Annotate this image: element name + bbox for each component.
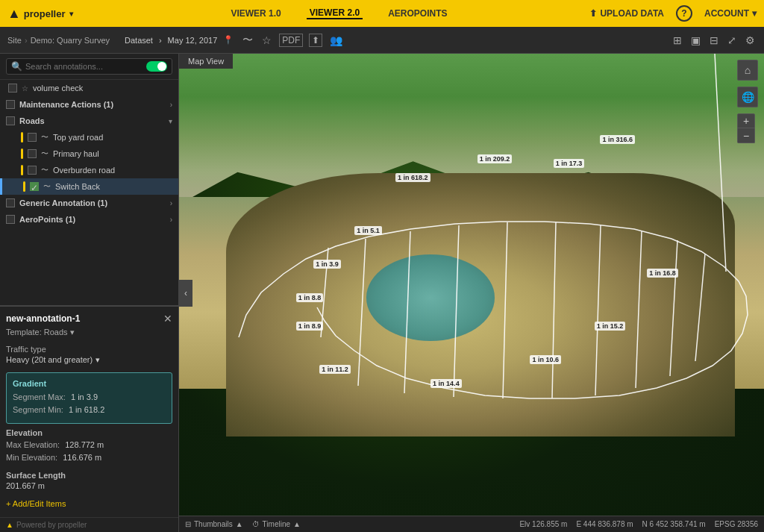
add-edit-btn[interactable]: + Add/Edit Items <box>6 496 172 511</box>
elevation-title: Elevation <box>6 428 172 437</box>
grad-label-13: 1 in 316.6 <box>600 135 635 144</box>
sub-checkbox-switch[interactable]: ✓ <box>30 182 39 191</box>
section-maintenance[interactable]: Maintenance Actions (1) › <box>0 96 178 113</box>
nav-viewer1[interactable]: VIEWER 1.0 <box>228 8 284 19</box>
users-icon[interactable]: 👥 <box>328 33 344 48</box>
export-icon[interactable]: ⬆ <box>309 34 322 47</box>
breadcrumb-survey[interactable]: Demo: Quarry Survey <box>31 36 110 45</box>
logo-dropdown[interactable]: ▾ <box>69 10 73 18</box>
sub-label-primary: Primary haul <box>53 149 99 158</box>
min-elevation-row: Min Elevation: 116.676 m <box>6 451 172 465</box>
star-toolbar-icon[interactable]: ☆ <box>260 33 273 48</box>
anno-checkbox-maint[interactable] <box>6 100 15 109</box>
northing-display: N 6 452 358.741 m <box>642 520 706 528</box>
dataset-date[interactable]: May 12, 2017 <box>168 36 218 45</box>
grad-label-3: 1 in 8.8 <box>296 293 324 302</box>
timeline-icon: ⏱ <box>252 520 260 528</box>
logo-text: propeller <box>24 8 66 19</box>
sub-top-yard-road[interactable]: 〜 Top yard road <box>0 129 178 145</box>
section-aeropoints[interactable]: AeroPoints (1) › <box>0 211 178 228</box>
chevron-aero: › <box>170 216 172 224</box>
color-dot-top <box>21 132 23 143</box>
surface-section: Surface Length 201.667 m <box>6 471 172 490</box>
powered-icon: ▲ <box>6 521 13 529</box>
chevron-maint: › <box>170 101 172 109</box>
nav-right: ⬆ UPLOAD DATA ? ACCOUNT ▾ <box>589 5 757 22</box>
section-roads[interactable]: Roads ▾ <box>0 113 178 129</box>
upload-btn[interactable]: ⬆ UPLOAD DATA <box>589 8 664 19</box>
sub-overburden-road[interactable]: 〜 Overburden road <box>0 162 178 178</box>
visibility-toggle[interactable] <box>146 61 167 72</box>
grad-label-6: 1 in 14.4 <box>430 379 462 388</box>
sub-checkbox-overburden[interactable] <box>28 166 37 175</box>
traffic-type-section: Traffic type Heavy (20t and greater) ▾ <box>6 345 172 365</box>
nav-viewer2[interactable]: VIEWER 2.0 <box>307 7 363 19</box>
right-icons: ⊞ ▣ ⊟ ⤢ ⚙ <box>671 33 757 48</box>
grad-label-5: 1 in 11.2 <box>319 365 351 374</box>
detail-title: new-annotation-1 <box>6 313 80 324</box>
gradient-box: Gradient Segment Max: 1 in 3.9 Segment M… <box>6 372 172 424</box>
settings-icon[interactable]: ⚙ <box>744 33 757 48</box>
upload-icon: ⬆ <box>589 8 597 19</box>
grid-icon[interactable]: ⊟ <box>708 33 720 48</box>
trend-icon: 〜 <box>41 132 48 143</box>
account-btn[interactable]: ACCOUNT ▾ <box>704 8 757 19</box>
color-dot-overburden <box>21 165 23 175</box>
activity-icon[interactable]: 〜 <box>241 32 254 48</box>
sub-label-overburden: Overburden road <box>53 166 115 175</box>
side-view-icon[interactable]: ▣ <box>689 33 702 48</box>
grad-label-9: 1 in 16.8 <box>647 269 678 278</box>
anno-checkbox-roads[interactable] <box>6 116 15 125</box>
section-generic[interactable]: Generic Annotation (1) › <box>0 195 178 211</box>
anno-checkbox-generic[interactable] <box>6 198 15 207</box>
globe-btn[interactable]: 🌐 <box>737 87 758 107</box>
split-view-icon[interactable]: ⊞ <box>671 33 683 48</box>
account-chevron: ▾ <box>752 8 757 19</box>
breadcrumb: Site › Demo: Quarry Survey <box>7 36 110 45</box>
traffic-type-value[interactable]: Heavy (20t and greater) ▾ <box>6 355 172 365</box>
search-row: 🔍 <box>6 58 172 75</box>
help-btn[interactable]: ? <box>676 5 692 22</box>
sub-checkbox-top[interactable] <box>28 133 37 142</box>
star-icon: ☆ <box>22 84 28 93</box>
breadcrumb-site[interactable]: Site <box>7 36 22 45</box>
sub-primary-haul[interactable]: 〜 Primary haul <box>0 145 178 162</box>
color-dot-primary <box>21 148 23 159</box>
logo-icon: ▲ <box>7 6 21 22</box>
map-controls-right: ⌂ 🌐 + − <box>737 60 758 143</box>
toolbar-icons: 〜 ☆ PDF ⬆ 👥 <box>241 32 344 48</box>
surface-label: Surface Length <box>6 471 172 480</box>
zoom-controls: + − <box>737 113 758 143</box>
location-icon: 📍 <box>223 35 234 45</box>
anno-checkbox-aero[interactable] <box>6 215 15 224</box>
nav-center: VIEWER 1.0 VIEWER 2.0 AEROPOINTS <box>228 7 450 19</box>
logo: ▲ propeller ▾ <box>7 6 73 22</box>
search-input[interactable] <box>25 62 140 71</box>
map-container[interactable]: Map View <box>179 54 764 532</box>
thumbnails-btn[interactable]: ⊟ Thumbnails ▲ <box>185 520 243 528</box>
grad-label-7: 1 in 10.6 <box>530 355 561 364</box>
nav-aeropoints[interactable]: AEROPOINTS <box>385 8 450 19</box>
trend-icon-overburden: 〜 <box>41 165 48 175</box>
powered-by: ▲ Powered by propeller <box>0 517 178 532</box>
timeline-btn[interactable]: ⏱ Timeline ▲ <box>252 520 301 528</box>
sub-label-top: Top yard road <box>53 133 103 142</box>
max-elevation-row: Max Elevation: 128.772 m <box>6 439 172 452</box>
nav-arrow-left[interactable]: ‹ <box>179 280 192 307</box>
close-btn[interactable]: ✕ <box>163 313 172 325</box>
sub-switch-back[interactable]: ✓ 〜 Switch Back <box>0 178 178 195</box>
gradient-min-row: Segment Min: 1 in 618.2 <box>13 404 166 417</box>
sub-label-switch: Switch Back <box>55 182 100 191</box>
anno-checkbox[interactable] <box>8 84 17 93</box>
home-btn[interactable]: ⌂ <box>737 60 758 81</box>
zoom-out-btn[interactable]: − <box>737 128 755 143</box>
help-icon: ? <box>681 8 686 19</box>
fullscreen-icon[interactable]: ⤢ <box>726 33 738 48</box>
easting-display: E 444 836.878 m <box>576 520 633 528</box>
elevation-section: Elevation Max Elevation: 128.772 m Min E… <box>6 428 172 465</box>
map-tab[interactable]: Map View <box>179 54 233 69</box>
pdf-icon[interactable]: PDF <box>279 34 303 47</box>
sub-checkbox-primary[interactable] <box>28 149 37 158</box>
anno-volume-check[interactable]: ☆ volume check <box>0 80 178 96</box>
zoom-in-btn[interactable]: + <box>737 113 755 128</box>
